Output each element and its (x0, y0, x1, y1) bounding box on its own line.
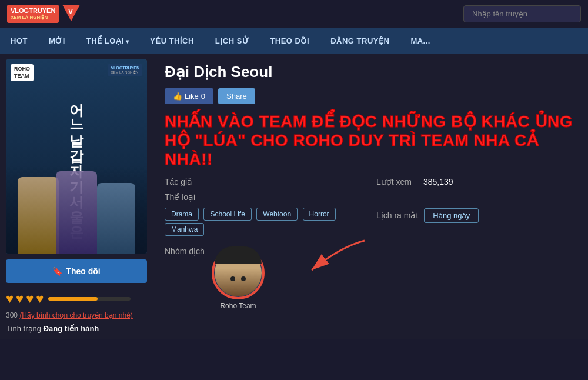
like-count: 0 (201, 92, 205, 101)
logo-line2: XEM LÀ NGHIỆN (11, 15, 55, 21)
genre-label: Thể loại (165, 192, 206, 202)
nav-the-loai[interactable]: THỂ LOẠI (76, 28, 139, 54)
share-button[interactable]: Share (218, 88, 255, 104)
logo-v-icon: V (62, 5, 80, 22)
watermark-line2: XEM LÀ NGHIỆN (111, 70, 139, 74)
status-value-text: Đang tiến hành (44, 324, 99, 333)
genre-school[interactable]: School Life (203, 208, 251, 221)
thumb-up-icon: 👍 (173, 92, 182, 101)
like-label: Like (185, 92, 199, 101)
translator-label: Nhóm dịch (165, 246, 206, 256)
bookmark-icon: 🔖 (52, 266, 62, 276)
avatar-hair (215, 249, 262, 264)
genre-tags: Drama School Life Webtoon Horror Manhwa (165, 208, 365, 238)
avatar-eye-right (241, 276, 246, 281)
author-row: Tác giả (165, 177, 365, 186)
likes-count: 300 (6, 311, 18, 319)
likes-text: 300 (Hãy bình chọn cho truyện bạn nhé) (6, 311, 147, 319)
header: VLOGTRUYEN XEM LÀ NGHIỆN V (0, 0, 588, 28)
navigation: HOT MỚI THỂ LOẠI YÊU THÍCH LỊCH SỬ THEO … (0, 28, 588, 54)
rating-bar (48, 297, 131, 301)
avatar-eyes (230, 276, 246, 281)
rating-fill (48, 297, 98, 301)
genre-drama[interactable]: Drama (165, 208, 199, 221)
main-content: ROHO TEAM VLOGTRUYEN XEM LÀ NGHIỆN 어느날갑자… (0, 54, 588, 339)
action-buttons: 👍 Like 0 Share (165, 88, 576, 104)
translator-avatar[interactable] (212, 246, 265, 299)
logo-line1: VLOGTRUYEN (11, 7, 55, 15)
logo: VLOGTRUYEN XEM LÀ NGHIỆN V (7, 5, 80, 23)
left-panel: ROHO TEAM VLOGTRUYEN XEM LÀ NGHIỆN 어느날갑자… (0, 54, 153, 339)
nav-theo-doi[interactable]: THEO DÕI (259, 28, 320, 54)
heart-3: ♥ (26, 291, 34, 306)
info-grid: Tác giả Lượt xem 385,139 Thể loại Drama … (165, 177, 576, 238)
nav-moi[interactable]: MỚI (38, 28, 76, 54)
translator-group: Roho Team (212, 246, 376, 310)
heart-4: ♥ (36, 291, 44, 306)
views-label: Lượt xem (376, 177, 417, 186)
watermark-line1: VLOGTRUYEN (111, 66, 139, 70)
heart-2: ♥ (16, 291, 24, 306)
genre-horror[interactable]: Horror (303, 208, 336, 221)
roho-badge: ROHO TEAM (11, 64, 34, 81)
cover-image: ROHO TEAM VLOGTRUYEN XEM LÀ NGHIỆN 어느날갑자… (6, 59, 147, 254)
genre-webtoon[interactable]: Webtoon (256, 208, 298, 221)
translator-name: Roho Team (212, 302, 265, 310)
genre-manhwa[interactable]: Manhwa (165, 223, 204, 236)
nav-hot[interactable]: HOT (0, 28, 38, 54)
search-input[interactable] (463, 5, 581, 22)
translator-avatar-container: Roho Team (212, 246, 265, 310)
translator-avatar-inner (215, 249, 262, 296)
svg-text:V: V (68, 8, 73, 16)
translator-section: Nhóm dịch (165, 246, 576, 310)
status-row: Tình trạng Đang tiến hành (6, 324, 147, 333)
likes-encourage[interactable]: (Hãy bình chọn cho truyện bạn nhé) (19, 311, 132, 319)
nav-dang-truyen[interactable]: ĐĂNG TRUYỆN (320, 28, 400, 54)
roho-badge-line2: TEAM (14, 72, 30, 80)
hearts-row: ♥ ♥ ♥ ♥ (6, 289, 147, 309)
nav-lich-su[interactable]: LỊCH SỬ (205, 28, 260, 54)
follow-label: Theo dõi (66, 266, 100, 276)
right-panel: Đại Dịch Seoul 👍 Like 0 Share NHẤN VÀO T… (153, 54, 588, 339)
character-1 (18, 177, 59, 254)
author-label: Tác giả (165, 177, 206, 186)
nav-yeu-thich[interactable]: YÊU THÍCH (139, 28, 205, 54)
views-value: 385,139 (423, 177, 453, 186)
nav-more[interactable]: MA... (400, 28, 441, 54)
genre-row: Thể loại Drama School Life Webtoon Horro… (165, 192, 365, 238)
status-label: Tình trạng (6, 324, 41, 333)
release-label: Lịch ra mắt (376, 211, 418, 220)
like-button[interactable]: 👍 Like 0 (165, 88, 213, 104)
logo-icon: VLOGTRUYEN XEM LÀ NGHIỆN (7, 5, 59, 23)
release-row: Lịch ra mắt Hàng ngày (376, 192, 576, 238)
avatar-eye-left (230, 276, 235, 281)
vlog-watermark: VLOGTRUYEN XEM LÀ NGHIỆN (108, 64, 142, 76)
release-value-button[interactable]: Hàng ngày (424, 208, 479, 223)
manga-title: Đại Dịch Seoul (165, 63, 576, 81)
heart-1: ♥ (6, 291, 14, 306)
roho-badge-line1: ROHO (14, 65, 30, 73)
promo-text: NHẤN VÀO TEAM ĐỂ ĐỌC NHỮNG BỘ KHÁC ỦNG H… (165, 112, 576, 169)
character-3 (56, 171, 97, 254)
views-row: Lượt xem 385,139 (376, 177, 576, 186)
character-2 (97, 183, 135, 254)
follow-button[interactable]: 🔖 Theo dõi (6, 259, 147, 283)
arrow-svg (270, 235, 376, 294)
